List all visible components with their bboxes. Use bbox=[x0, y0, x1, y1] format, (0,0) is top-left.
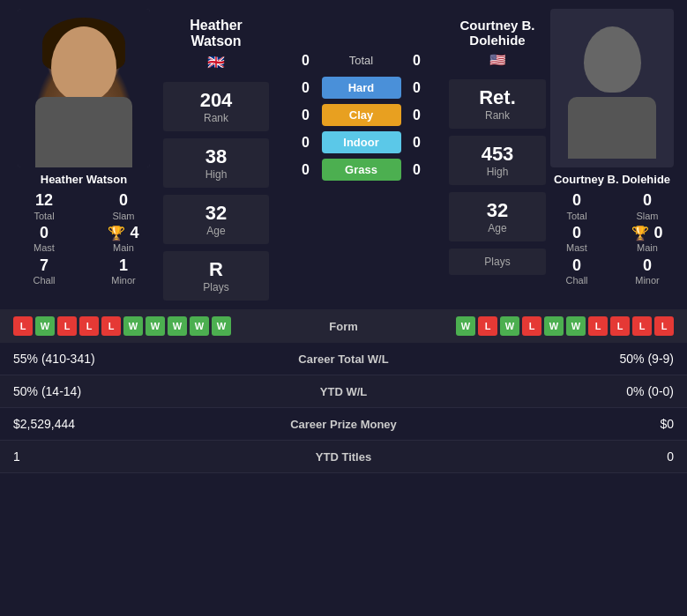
left-age-block: 32 Age bbox=[163, 195, 269, 244]
surface-hard-btn[interactable]: Hard bbox=[322, 77, 401, 99]
surface-grass-btn[interactable]: Grass bbox=[322, 159, 401, 181]
form-pill-right: W bbox=[456, 316, 475, 336]
trophy-icon-right: 🏆 bbox=[631, 226, 649, 241]
left-slam: 0 Slam bbox=[88, 191, 159, 222]
player-left: Heather Watson 12 Total 0 Slam 0 Mast 🏆 bbox=[9, 9, 159, 301]
form-pill-left: L bbox=[101, 316, 121, 336]
flag-right: 🇺🇸 bbox=[449, 52, 546, 68]
player-name-center-left: Heather Watson 🇬🇧 bbox=[163, 9, 269, 75]
left-plays-block: R Plays bbox=[163, 251, 269, 301]
player-photo-left bbox=[18, 9, 150, 167]
form-pill-left: L bbox=[13, 316, 33, 336]
stats-row: 55% (410-341)Career Total W/L50% (9-9) bbox=[0, 343, 687, 375]
trophy-icon-left: 🏆 bbox=[108, 226, 125, 241]
main-container: Heather Watson 12 Total 0 Slam 0 Mast 🏆 bbox=[0, 0, 687, 473]
form-pill-left: W bbox=[190, 316, 209, 336]
stats-row-right-value: 50% (9-9) bbox=[432, 352, 675, 366]
stats-row-right-value: 0% (0-0) bbox=[432, 384, 675, 398]
top-section: Heather Watson 12 Total 0 Slam 0 Mast 🏆 bbox=[0, 0, 687, 309]
stats-row-left-value: $2,529,444 bbox=[13, 417, 256, 431]
stats-row-label: YTD Titles bbox=[256, 450, 432, 464]
form-pill-right: L bbox=[478, 316, 497, 336]
courtney-silhouette bbox=[550, 9, 674, 167]
stats-row-right-value: $0 bbox=[432, 417, 675, 431]
right-stats: Courtney B. Dolehide 🇺🇸 Ret. Rank 453 Hi… bbox=[449, 9, 546, 301]
form-pill-left: W bbox=[35, 316, 55, 336]
right-mast: 0 Mast bbox=[546, 224, 608, 255]
right-total: 0 Total bbox=[546, 191, 608, 222]
heather-body bbox=[35, 97, 132, 167]
stats-row: $2,529,444Career Prize Money$0 bbox=[0, 408, 687, 441]
match-center: 0 Total 0 0 Hard 0 0 Clay 0 0 Indoor 0 bbox=[273, 9, 449, 301]
stats-rows: 55% (410-341)Career Total W/L50% (9-9)50… bbox=[0, 343, 687, 473]
center-stats-left: Heather Watson 🇬🇧 204 Rank 38 High 32 Ag… bbox=[159, 9, 273, 301]
form-pill-right: W bbox=[500, 316, 519, 336]
heather-photo bbox=[18, 9, 150, 167]
stats-row-label: YTD W/L bbox=[256, 385, 432, 398]
left-rank-block: 204 Rank bbox=[163, 82, 269, 131]
form-pill-left: W bbox=[146, 316, 165, 336]
right-slam: 0 Slam bbox=[616, 191, 678, 222]
form-pill-right: L bbox=[654, 316, 674, 336]
stats-row-label: Career Prize Money bbox=[256, 418, 432, 431]
surface-clay-btn[interactable]: Clay bbox=[322, 104, 401, 126]
form-pill-left: L bbox=[79, 316, 99, 336]
form-label: Form bbox=[329, 320, 358, 333]
stats-row-left-value: 55% (410-341) bbox=[13, 352, 256, 366]
flag-left: 🇬🇧 bbox=[163, 54, 269, 71]
stats-row-left-value: 50% (14-14) bbox=[13, 384, 256, 398]
right-age-block: 32 Age bbox=[449, 192, 546, 241]
left-main: 🏆 4 Main bbox=[88, 224, 159, 255]
player-name-right: Courtney B. Dolehide bbox=[554, 173, 670, 186]
right-rank-block: Ret. Rank bbox=[449, 79, 546, 129]
form-pill-right: L bbox=[588, 316, 608, 336]
right-chall: 0 Chall bbox=[546, 256, 608, 287]
player-name-center-right: Courtney B. Dolehide 🇺🇸 bbox=[449, 9, 546, 72]
form-pill-right: L bbox=[522, 316, 541, 336]
form-pill-right: W bbox=[566, 316, 586, 336]
form-pill-right: W bbox=[544, 316, 564, 336]
stats-row-left-value: 1 bbox=[13, 449, 256, 464]
form-pill-right: L bbox=[632, 316, 652, 336]
surface-row-total: 0 Total 0 bbox=[282, 49, 440, 71]
surface-row-indoor: 0 Indoor 0 bbox=[282, 131, 440, 153]
left-chall: 7 Chall bbox=[9, 256, 79, 287]
player-photo-right bbox=[550, 9, 674, 167]
form-pills-right: WLWLWWLLLL bbox=[456, 316, 674, 336]
surface-row-clay: 0 Clay 0 bbox=[282, 104, 440, 126]
left-mast: 0 Mast bbox=[9, 224, 79, 255]
form-pill-left: L bbox=[57, 316, 77, 336]
player-name-left: Heather Watson bbox=[41, 173, 127, 186]
form-pill-left: W bbox=[123, 316, 143, 336]
player-stats-left: 12 Total 0 Slam 0 Mast 🏆 4 Main bbox=[9, 191, 159, 286]
stats-row: 50% (14-14)YTD W/L0% (0-0) bbox=[0, 375, 687, 408]
stats-row-label: Career Total W/L bbox=[256, 353, 432, 366]
stats-row-right-value: 0 bbox=[432, 449, 675, 464]
right-minor: 0 Minor bbox=[616, 256, 678, 287]
form-pill-left: W bbox=[212, 316, 231, 336]
form-pill-right: L bbox=[610, 316, 630, 336]
surface-row-hard: 0 Hard 0 bbox=[282, 77, 440, 99]
player-stats-right: 0 Total 0 Slam 0 Mast 🏆 0 Main bbox=[546, 191, 678, 286]
form-pill-left: W bbox=[168, 316, 187, 336]
sil-body bbox=[568, 97, 656, 159]
stats-row: 1YTD Titles0 bbox=[0, 441, 687, 473]
player-right: Courtney B. Dolehide 0 Total 0 Slam 0 Ma… bbox=[546, 9, 678, 301]
surface-row-grass: 0 Grass 0 bbox=[282, 159, 440, 181]
sil-head bbox=[584, 26, 641, 93]
left-high-block: 38 High bbox=[163, 138, 269, 188]
right-plays-block: Plays bbox=[449, 249, 546, 275]
form-section: LWLLLWWWWW Form WLWLWWLLLL bbox=[0, 309, 687, 343]
surface-total-btn[interactable]: Total bbox=[322, 49, 401, 71]
heather-face bbox=[51, 26, 116, 101]
surface-indoor-btn[interactable]: Indoor bbox=[322, 131, 401, 153]
form-pills-left: LWLLLWWWWW bbox=[13, 316, 231, 336]
left-minor: 1 Minor bbox=[88, 256, 159, 287]
right-main: 🏆 0 Main bbox=[616, 224, 678, 255]
right-high-block: 453 High bbox=[449, 136, 546, 185]
left-total: 12 Total bbox=[9, 191, 79, 222]
